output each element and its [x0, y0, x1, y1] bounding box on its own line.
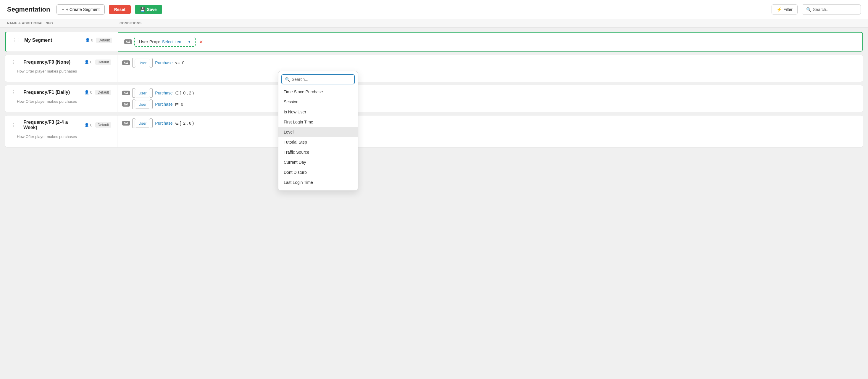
cond-row-3-1: && User Purchase ∈ [ 0 , 2 )	[122, 88, 858, 98]
users-icon-2: 👤	[84, 60, 89, 64]
dropdown-search-box: 🔍	[281, 74, 355, 84]
drag-handle-2[interactable]: ⋮⋮	[11, 59, 21, 65]
and-badge-4-1: &&	[122, 121, 130, 125]
dropdown-item-level[interactable]: Level	[278, 127, 358, 137]
segment-card-3: ⋮⋮ Frequency/F1 (Daily) 👤 0 Default How …	[5, 85, 863, 112]
and-badge-3-2: &&	[122, 102, 130, 107]
topbar: Segmentation + + Create Segment Reset 💾 …	[0, 0, 868, 19]
and-badge-3-1: &&	[122, 91, 130, 95]
save-label: Save	[147, 7, 157, 12]
dropdown-item-tutorial-step[interactable]: Tutorial Step	[278, 137, 358, 147]
user-count-3: 👤 0	[84, 90, 92, 94]
purchase-label-2: Purchase	[155, 60, 173, 65]
purchase-label-3-1: Purchase	[155, 91, 173, 95]
app-title: Segmentation	[7, 6, 50, 13]
segment-card-1: ⋮⋮ My Segment 👤 0 Default && User Prop: …	[5, 32, 863, 52]
segments-list: ⋮⋮ My Segment 👤 0 Default && User Prop: …	[0, 28, 868, 152]
create-segment-label: + Create Segment	[66, 7, 100, 12]
search-input[interactable]	[813, 7, 855, 12]
plus-icon: +	[62, 7, 64, 12]
col-header-conditions: CONDITIONS	[120, 21, 861, 25]
chevron-down-icon[interactable]: ▼	[188, 40, 191, 43]
dropdown-item-session[interactable]: Session	[278, 97, 358, 107]
segment-left-4: ⋮⋮ Frequency/F3 (2-4 a Week) 👤 0 Default…	[5, 115, 118, 147]
cond-row-2-1: && User Purchase <= 0	[122, 58, 858, 67]
cond-row-3-2: && User Purchase != 0	[122, 99, 858, 109]
save-icon: 💾	[140, 7, 145, 12]
select-item-dropdown[interactable]: Select item...	[162, 39, 186, 44]
condition-group-1: && User Prop: Select item... ▼ ✕	[124, 37, 857, 47]
user-prop-box: User Prop: Select item... ▼	[134, 37, 195, 47]
segment-card-2: ⋮⋮ Frequency/F0 (None) 👤 0 Default How O…	[5, 55, 863, 82]
purchase-label-4-1: Purchase	[155, 121, 173, 125]
user-count-1: 👤 0	[85, 38, 93, 42]
dropdown-item-traffic-source[interactable]: Traffic Source	[278, 147, 358, 152]
segment-right-3: && User Purchase ∈ [ 0 , 2 ) &&	[118, 85, 863, 112]
op-2: <=	[175, 60, 180, 65]
and-badge-1: &&	[124, 39, 132, 44]
segment-left-3: ⋮⋮ Frequency/F1 (Daily) 👤 0 Default How …	[5, 85, 118, 112]
dropdown-menu: 🔍 Time Since Purchase Session Is New Use…	[278, 71, 358, 152]
users-icon-3: 👤	[84, 90, 89, 94]
badge-default-3: Default	[95, 90, 111, 95]
badge-default-1: Default	[96, 38, 112, 43]
user-prop-label: User Prop:	[139, 39, 160, 44]
cond-pill-2-1: User	[134, 59, 150, 67]
segment-right-4: && User Purchase ∈ [ 2 , 6 )	[118, 115, 863, 147]
cond-pill-3-1: User	[134, 89, 150, 97]
dropdown-search-icon: 🔍	[285, 77, 290, 82]
filter-icon: ⚡	[777, 7, 782, 12]
user-count-4: 👤 0	[84, 123, 92, 127]
segment-left-2: ⋮⋮ Frequency/F0 (None) 👤 0 Default How O…	[5, 55, 118, 82]
dropdown-search-input[interactable]	[292, 77, 351, 82]
users-icon-1: 👤	[85, 38, 90, 42]
dropdown-item-is-new-user[interactable]: Is New User	[278, 107, 358, 117]
segment-name-4: Frequency/F3 (2-4 a Week)	[23, 120, 81, 130]
segment-desc-3: How Ofter player makes purchases	[11, 97, 111, 108]
users-icon-4: 👤	[84, 123, 89, 127]
drag-handle-1[interactable]: ⋮⋮	[12, 37, 21, 43]
val-2: 0	[182, 60, 185, 65]
column-headers: NAME & ADDITIONAL INFO CONDITIONS	[0, 19, 868, 28]
cond-pill-4-1: User	[134, 119, 150, 127]
segment-left-1: ⋮⋮ My Segment 👤 0 Default	[6, 32, 118, 52]
count-1: 0	[91, 38, 93, 42]
segment-right-1: && User Prop: Select item... ▼ ✕	[118, 32, 863, 52]
segment-desc-2: How Ofter player makes purchases	[11, 67, 111, 78]
purchase-label-3-2: Purchase	[155, 102, 173, 107]
drag-handle-3[interactable]: ⋮⋮	[11, 89, 21, 95]
segment-name-1: My Segment	[24, 38, 82, 43]
drag-handle-4[interactable]: ⋮⋮	[11, 122, 21, 128]
cond-row-4-1: && User Purchase ∈ [ 2 , 6 )	[122, 118, 858, 128]
and-badge-2-1: &&	[122, 60, 130, 65]
cond-pill-3-2: User	[134, 100, 150, 109]
filter-label: Filter	[783, 7, 793, 12]
badge-default-2: Default	[95, 60, 111, 65]
user-count-2: 👤 0	[84, 60, 92, 64]
filter-button[interactable]: ⚡ Filter	[772, 4, 798, 14]
segment-name-3: Frequency/F1 (Daily)	[23, 90, 81, 95]
col-header-name: NAME & ADDITIONAL INFO	[7, 21, 120, 25]
dropdown-item-time-since-purchase[interactable]: Time Since Purchase	[278, 87, 358, 97]
badge-default-4: Default	[95, 122, 111, 127]
segment-desc-4: How Ofter player makes purchases	[11, 132, 111, 143]
create-segment-button[interactable]: + + Create Segment	[57, 4, 104, 14]
dropdown-item-first-login-time[interactable]: First Login Time	[278, 117, 358, 127]
segment-name-2: Frequency/F0 (None)	[23, 60, 81, 65]
segment-card-4: ⋮⋮ Frequency/F3 (2-4 a Week) 👤 0 Default…	[5, 115, 863, 147]
search-box: 🔍	[802, 4, 861, 14]
save-button[interactable]: 💾 Save	[135, 5, 162, 14]
search-icon: 🔍	[806, 7, 811, 12]
close-condition-button-1[interactable]: ✕	[199, 39, 203, 45]
segment-right-2: && User Purchase <= 0	[118, 55, 863, 82]
reset-button[interactable]: Reset	[109, 5, 131, 14]
